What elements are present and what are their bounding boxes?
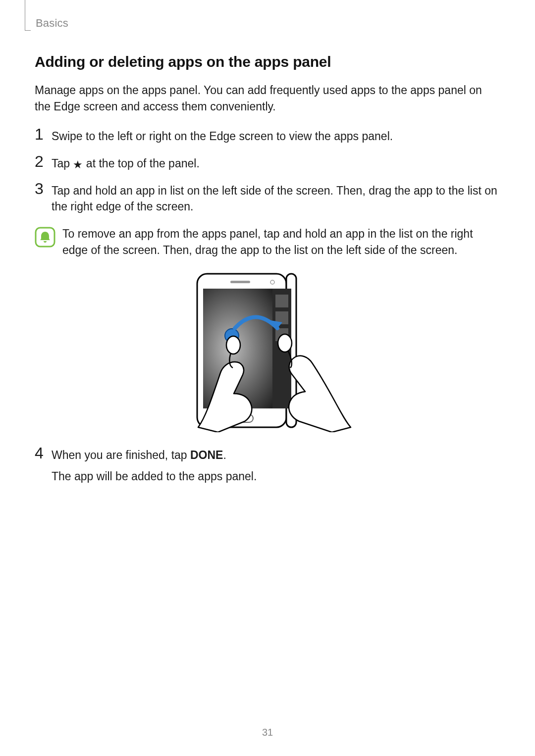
step-2: 2 Tap ★ at the top of the panel. — [35, 155, 500, 172]
step-number: 1 — [35, 126, 52, 142]
svg-rect-7 — [275, 295, 288, 307]
note-text: To remove an app from the apps panel, ta… — [62, 226, 500, 258]
step-2-post: at the top of the panel. — [83, 157, 199, 170]
section-header: Basics — [36, 17, 68, 30]
step-4-subtext: The app will be added to the apps panel. — [52, 468, 500, 485]
done-label: DONE — [190, 449, 223, 461]
step-4: 4 When you are finished, tap DONE. The a… — [35, 447, 500, 484]
page-title: Adding or deleting apps on the apps pane… — [35, 53, 500, 70]
bell-note-icon — [35, 227, 55, 250]
step-number: 2 — [35, 153, 52, 169]
page-number: 31 — [0, 727, 535, 738]
header-corner-rule — [25, 0, 31, 31]
step-4-pre: When you are finished, tap — [52, 449, 190, 461]
svg-point-14 — [278, 334, 292, 352]
star-icon: ★ — [73, 159, 83, 170]
main-content: Adding or deleting apps on the apps pane… — [35, 53, 500, 485]
intro-paragraph: Manage apps on the apps panel. You can a… — [35, 82, 500, 114]
svg-rect-3 — [230, 281, 250, 283]
illustration-figure — [35, 269, 500, 432]
steps-list: 1 Swipe to the left or right on the Edge… — [35, 128, 500, 215]
step-text: Swipe to the left or right on the Edge s… — [52, 128, 500, 145]
drag-app-illustration — [183, 269, 352, 432]
steps-list-continued: 4 When you are finished, tap DONE. The a… — [35, 447, 500, 484]
step-1: 1 Swipe to the left or right on the Edge… — [35, 128, 500, 145]
svg-point-13 — [226, 336, 240, 354]
step-number: 4 — [35, 445, 52, 461]
step-text: When you are finished, tap DONE. The app… — [52, 447, 500, 484]
step-4-post: . — [223, 449, 226, 461]
step-text: Tap ★ at the top of the panel. — [52, 155, 500, 172]
note-callout: To remove an app from the apps panel, ta… — [35, 226, 500, 258]
step-text: Tap and hold an app in list on the left … — [52, 183, 500, 215]
step-number: 3 — [35, 181, 52, 197]
step-2-pre: Tap — [52, 157, 73, 170]
step-3: 3 Tap and hold an app in list on the lef… — [35, 183, 500, 215]
